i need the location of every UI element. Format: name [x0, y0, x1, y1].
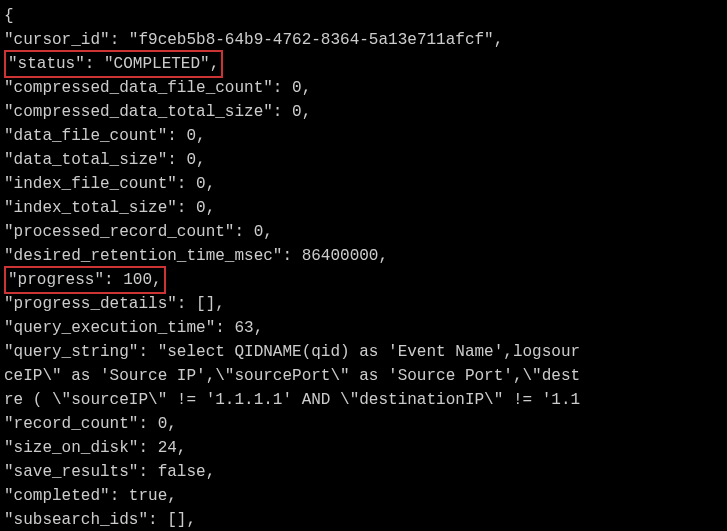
status-highlight: "status": "COMPLETED",	[4, 50, 223, 78]
index-total-size-line: "index_total_size": 0,	[4, 196, 723, 220]
cursor-id-line: "cursor_id": "f9ceb5b8-64b9-4762-8364-5a…	[4, 28, 723, 52]
progress-line: "progress": 100,	[4, 268, 723, 292]
index-file-count-line: "index_file_count": 0,	[4, 172, 723, 196]
subsearch-ids-line: "subsearch_ids": [],	[4, 508, 723, 531]
query-string-line-2: ceIP\" as 'Source IP',\"sourcePort\" as …	[4, 364, 723, 388]
save-results-line: "save_results": false,	[4, 460, 723, 484]
status-line: "status": "COMPLETED",	[4, 52, 723, 76]
compressed-data-file-count-line: "compressed_data_file_count": 0,	[4, 76, 723, 100]
desired-retention-time-msec-line: "desired_retention_time_msec": 86400000,	[4, 244, 723, 268]
record-count-line: "record_count": 0,	[4, 412, 723, 436]
query-execution-time-line: "query_execution_time": 63,	[4, 316, 723, 340]
json-output: { "cursor_id": "f9ceb5b8-64b9-4762-8364-…	[4, 4, 723, 531]
completed-line: "completed": true,	[4, 484, 723, 508]
query-string-line-3: re ( \"sourceIP\" != '1.1.1.1' AND \"des…	[4, 388, 723, 412]
size-on-disk-line: "size_on_disk": 24,	[4, 436, 723, 460]
json-open: {	[4, 4, 723, 28]
progress-highlight: "progress": 100,	[4, 266, 166, 294]
progress-details-line: "progress_details": [],	[4, 292, 723, 316]
processed-record-count-line: "processed_record_count": 0,	[4, 220, 723, 244]
data-total-size-line: "data_total_size": 0,	[4, 148, 723, 172]
compressed-data-total-size-line: "compressed_data_total_size": 0,	[4, 100, 723, 124]
data-file-count-line: "data_file_count": 0,	[4, 124, 723, 148]
query-string-line-1: "query_string": "select QIDNAME(qid) as …	[4, 340, 723, 364]
